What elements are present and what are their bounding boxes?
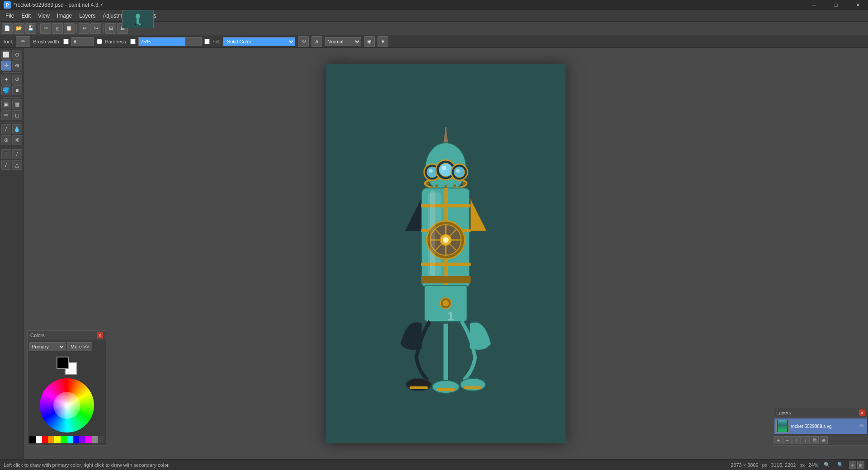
tool-color-picker[interactable]: ■ bbox=[12, 85, 22, 95]
tool-gradient[interactable]: ▦ bbox=[12, 99, 22, 109]
swatch-gray[interactable] bbox=[92, 436, 98, 443]
swatch-violet[interactable] bbox=[79, 436, 85, 443]
color-wheel-area[interactable] bbox=[28, 376, 106, 434]
maximize-button[interactable]: □ bbox=[826, 0, 846, 10]
swatch-yellow[interactable] bbox=[54, 436, 61, 443]
fill-check[interactable] bbox=[204, 39, 210, 44]
swatch-white[interactable] bbox=[36, 436, 42, 443]
layer-thumbnail bbox=[776, 420, 789, 432]
minimize-button[interactable]: ─ bbox=[804, 0, 825, 10]
opacity-dropdown[interactable]: ▼ bbox=[377, 36, 388, 47]
tool-brush[interactable]: ✏ bbox=[1, 110, 11, 120]
rocket-artwork: 1 bbox=[326, 64, 566, 443]
toolbar-extra1[interactable]: ⊞ bbox=[105, 23, 116, 34]
swatch-magenta[interactable] bbox=[85, 436, 92, 443]
layer-item[interactable]: rocket-5029889.s vg 👁 bbox=[774, 418, 867, 434]
tool-paintbucket[interactable]: ▣ bbox=[1, 99, 11, 109]
svg-point-46 bbox=[435, 184, 438, 187]
layer-duplicate-button[interactable]: ⧉ bbox=[811, 436, 819, 444]
tool-magic-wand[interactable]: ✦ bbox=[1, 75, 11, 85]
colors-controls: Primary Secondary More >> bbox=[28, 340, 106, 353]
status-icon-2[interactable]: ⊞ bbox=[857, 461, 864, 469]
hardness-bar[interactable]: 75% bbox=[138, 37, 202, 46]
tool-blur[interactable]: ❋ bbox=[12, 135, 22, 145]
layers-list: rocket-5029889.s vg 👁 bbox=[774, 418, 868, 435]
swatch-orange[interactable] bbox=[48, 436, 54, 443]
tool-eraser[interactable]: ◻ bbox=[12, 110, 22, 120]
blend-mode-select[interactable]: Normal Multiply Screen bbox=[325, 37, 361, 46]
document-tab[interactable] bbox=[122, 10, 154, 28]
fill-select[interactable]: Solid Color No Fill bbox=[223, 37, 295, 46]
brush-width-lock[interactable] bbox=[63, 39, 69, 44]
tool-text[interactable]: T bbox=[1, 149, 11, 159]
tool-row-1: ⬜ ⊙ bbox=[1, 50, 22, 60]
menu-view[interactable]: View bbox=[34, 12, 53, 20]
fill-label: Fill: bbox=[212, 39, 220, 44]
color-wheel[interactable] bbox=[40, 378, 94, 432]
aa-icon[interactable]: A bbox=[311, 36, 322, 47]
tool-move[interactable]: ✛ bbox=[1, 61, 11, 70]
toolbar-copy[interactable]: ⎘ bbox=[52, 23, 63, 34]
layers-panel-close[interactable]: × bbox=[859, 409, 865, 416]
toolbar-new[interactable]: 📄 bbox=[2, 23, 13, 34]
fg-bg-swatches[interactable] bbox=[57, 357, 77, 375]
menu-edit[interactable]: Edit bbox=[18, 12, 34, 20]
svg-point-47 bbox=[444, 185, 447, 188]
swatch-black[interactable] bbox=[29, 436, 36, 443]
tool-text-italic[interactable]: T bbox=[12, 149, 22, 159]
tool-shape[interactable]: △ bbox=[12, 160, 22, 170]
more-button[interactable]: More >> bbox=[67, 342, 92, 351]
tool-fill[interactable]: 🪣 bbox=[1, 85, 11, 95]
layers-toolbar: + − ↑ ↓ ⧉ ⊕ bbox=[774, 435, 868, 445]
tool-line[interactable]: / bbox=[1, 160, 11, 170]
layer-merge-button[interactable]: ⊕ bbox=[820, 436, 828, 444]
tool-row-7: / 💧 bbox=[1, 124, 22, 134]
zoom-in-button[interactable]: 🔍 bbox=[835, 462, 845, 468]
menu-file[interactable]: File bbox=[2, 12, 18, 20]
color-dot[interactable] bbox=[65, 403, 69, 408]
svg-rect-53 bbox=[135, 24, 137, 25]
colors-panel-close[interactable]: × bbox=[97, 332, 103, 338]
tool-rectangle-select[interactable]: ⬜ bbox=[1, 50, 11, 60]
swatch-cyan[interactable] bbox=[67, 436, 73, 443]
tool-selector[interactable]: ✏ bbox=[16, 36, 30, 47]
zoom-out-button[interactable]: 🔍 bbox=[822, 462, 832, 468]
toolbar-paste[interactable]: 📋 bbox=[64, 23, 75, 34]
layer-add-button[interactable]: + bbox=[774, 436, 783, 444]
swatch-red[interactable] bbox=[42, 436, 48, 443]
tool-zoom[interactable]: ⊕ bbox=[12, 61, 22, 70]
close-button[interactable]: ✕ bbox=[847, 0, 868, 10]
hardness-check[interactable] bbox=[130, 39, 136, 44]
toolbar-redo[interactable]: ↪ bbox=[90, 23, 101, 34]
menu-layers[interactable]: Layers bbox=[75, 12, 99, 20]
toolbar-save[interactable]: 💾 bbox=[25, 23, 36, 34]
layer-delete-button[interactable]: − bbox=[783, 436, 792, 444]
foreground-swatch[interactable] bbox=[57, 357, 69, 369]
tool-recolor[interactable]: ↺ bbox=[12, 75, 22, 85]
swatch-darkgray[interactable] bbox=[98, 436, 104, 443]
tool-clone[interactable]: ⊛ bbox=[1, 135, 11, 145]
tool-lasso-select[interactable]: ⊙ bbox=[12, 50, 22, 60]
blend-icon[interactable]: ⟲ bbox=[298, 36, 309, 47]
swatch-blue[interactable] bbox=[73, 436, 79, 443]
status-icon-1[interactable]: ⊙ bbox=[849, 461, 856, 469]
primary-select[interactable]: Primary Secondary bbox=[29, 342, 66, 351]
hardness-lock[interactable] bbox=[97, 39, 102, 44]
tool-row-5: ▣ ▦ bbox=[1, 99, 22, 109]
toolbar-open[interactable]: 📂 bbox=[14, 23, 24, 34]
brush-width-input[interactable] bbox=[71, 37, 94, 46]
layer-visibility-toggle[interactable]: 👁 bbox=[859, 423, 865, 429]
layer-up-button[interactable]: ↑ bbox=[793, 436, 801, 444]
tool-pencil[interactable]: / bbox=[1, 124, 11, 134]
svg-point-28 bbox=[443, 237, 448, 243]
toolbar-cut[interactable]: ✂ bbox=[40, 23, 51, 34]
toolbar-undo[interactable]: ↩ bbox=[79, 23, 90, 34]
layer-down-button[interactable]: ↓ bbox=[802, 436, 810, 444]
canvas-area[interactable]: 1 bbox=[24, 48, 868, 459]
window-controls: ─ □ ✕ bbox=[804, 0, 868, 10]
opacity-icon[interactable]: ◉ bbox=[364, 36, 375, 47]
tool-row-3: ✦ ↺ bbox=[1, 75, 22, 85]
menu-image[interactable]: Image bbox=[53, 12, 75, 20]
tool-dropper[interactable]: 💧 bbox=[12, 124, 22, 134]
swatch-green[interactable] bbox=[61, 436, 67, 443]
